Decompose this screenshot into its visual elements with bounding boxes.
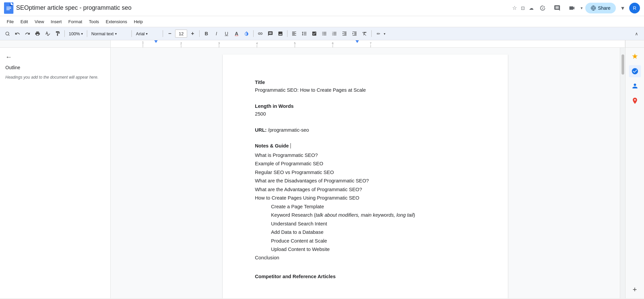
notes-item-5[interactable]: What are the Advantages of Programmatic … (255, 186, 476, 194)
doc-url-value[interactable]: /programmatic-seo (267, 127, 309, 133)
cloud-icon[interactable]: ☁ (529, 5, 534, 11)
notes-item-9[interactable]: Understand Search Intent (271, 220, 476, 228)
menu-view[interactable]: View (32, 18, 47, 26)
history-icon[interactable] (536, 2, 548, 14)
menu-help[interactable]: Help (131, 18, 146, 26)
separator-2 (87, 30, 87, 37)
menu-insert[interactable]: Insert (48, 18, 64, 26)
svg-text:5: 5 (294, 42, 296, 45)
notes-item-8[interactable]: Keyword Research (talk about modifiers, … (271, 211, 476, 219)
star-icon[interactable]: ☆ (512, 5, 517, 11)
separator-8 (371, 30, 372, 37)
right-panel-contacts[interactable] (629, 80, 641, 92)
text-color-button[interactable]: A (232, 29, 241, 38)
right-panel: ★ + (625, 48, 644, 298)
notes-item-4[interactable]: What are the Disadvantages of Programmat… (255, 177, 476, 185)
numbered-list-button[interactable] (330, 29, 339, 38)
notes-item-7[interactable]: Create a Page Template (271, 203, 476, 211)
meet-icon[interactable] (566, 2, 578, 14)
share-dropdown[interactable]: ▾ (619, 2, 627, 14)
notes-item-3[interactable]: Regular SEO vs Programmatic SEO (255, 169, 476, 176)
doc-competitor-header: Competitor and Reference Articles (255, 273, 476, 281)
title-bar: SEOptimer article spec - programmatic se… (0, 0, 644, 16)
print-button[interactable] (33, 29, 42, 38)
doc-title-section: Title Programmatic SEO: How to Create Pa… (255, 79, 476, 94)
doc-url-label: URL: (255, 127, 267, 133)
menu-edit[interactable]: Edit (18, 18, 31, 26)
bold-button[interactable]: B (202, 29, 211, 38)
folder-icon[interactable]: ⊡ (521, 5, 525, 11)
title-icons: ☆ ⊡ ☁ (512, 5, 534, 11)
right-panel-calendar[interactable]: ★ (629, 50, 641, 62)
increase-font-size[interactable]: + (188, 29, 197, 38)
sidebar: ← Outline Headings you add to the docume… (0, 48, 111, 298)
menu-extensions[interactable]: Extensions (103, 18, 130, 26)
spellcheck-button[interactable] (43, 29, 52, 38)
scroll-thumb[interactable] (622, 54, 624, 75)
notes-item-11[interactable]: Produce Content at Scale (271, 237, 476, 245)
svg-text:4: 4 (256, 42, 258, 45)
ruler-svg: 1 2 3 4 5 6 7 (111, 40, 625, 47)
meet-dropdown[interactable]: ▾ (581, 6, 583, 10)
right-panel-tasks[interactable] (629, 65, 641, 77)
separator-1 (64, 30, 65, 37)
menu-format[interactable]: Format (66, 18, 85, 26)
share-label: Share (598, 5, 610, 11)
menu-file[interactable]: File (4, 18, 16, 26)
link-button[interactable] (256, 29, 265, 38)
separator-3 (131, 30, 132, 37)
doc-title-value[interactable]: Programmatic SEO: How to Create Pages at… (255, 86, 476, 94)
paint-format-button[interactable] (53, 29, 62, 38)
indent-increase-button[interactable] (350, 29, 359, 38)
align-button[interactable] (289, 29, 299, 38)
underline-button[interactable]: U (222, 29, 231, 38)
redo-button[interactable] (23, 29, 32, 38)
editing-mode-button[interactable]: ✏ (374, 29, 383, 38)
style-dropdown[interactable]: Normal text ▾ (89, 29, 129, 38)
bullet-list-button[interactable] (320, 29, 329, 38)
doc-notes-header[interactable]: Notes & Guide (255, 142, 476, 150)
notes-item-10[interactable]: Add Data to a Database (271, 228, 476, 236)
ruler-marker-right (356, 40, 359, 43)
notes-item-12[interactable]: Upload Content to Website (271, 246, 476, 253)
menu-tools[interactable]: Tools (86, 18, 102, 26)
insert-image-button[interactable] (276, 29, 285, 38)
doc-url-section: URL: /programmatic-seo (255, 126, 476, 134)
document-title: SEOptimer article spec - programmatic se… (16, 4, 509, 11)
checklist-button[interactable] (310, 29, 319, 38)
zoom-dropdown[interactable]: 100% ▾ (67, 29, 85, 38)
notes-item-6[interactable]: How to Create Pages Using Programmatic S… (255, 194, 476, 202)
sidebar-back-button[interactable]: ← (5, 53, 105, 61)
decrease-font-size[interactable]: − (165, 29, 174, 38)
font-dropdown[interactable]: Arial ▾ (134, 29, 161, 38)
svg-text:7: 7 (370, 42, 371, 45)
right-panel-maps[interactable] (629, 95, 641, 107)
separator-6 (253, 30, 254, 37)
clear-formatting-button[interactable] (360, 29, 369, 38)
avatar[interactable]: R (629, 3, 640, 13)
scrollbar[interactable] (620, 48, 625, 298)
doc-length-section: Length in Words 2500 (255, 102, 476, 118)
notes-item-2[interactable]: Example of Programmatic SEO (255, 160, 476, 168)
search-button[interactable] (3, 29, 12, 38)
notes-item-1[interactable]: What is Programmatic SEO? (255, 152, 476, 159)
share-button[interactable]: Share (585, 3, 616, 13)
undo-button[interactable] (13, 29, 22, 38)
sidebar-title: Outline (5, 65, 105, 70)
line-spacing-button[interactable] (300, 29, 309, 38)
notes-item-13[interactable]: Conclusion (255, 254, 476, 262)
comments-icon[interactable] (551, 2, 563, 14)
svg-text:3: 3 (218, 42, 220, 45)
indent-decrease-button[interactable] (340, 29, 349, 38)
editing-dropdown[interactable]: ▾ (384, 32, 385, 36)
doc-title-label: Title (255, 79, 476, 86)
svg-rect-4 (6, 9, 10, 10)
highlight-button[interactable] (242, 29, 251, 38)
italic-button[interactable]: I (212, 29, 221, 38)
collapse-toolbar-button[interactable]: ∧ (632, 29, 641, 38)
svg-text:1: 1 (142, 41, 144, 44)
add-comment-button[interactable] (266, 29, 275, 38)
ruler-marker-left (154, 40, 158, 43)
doc-length-value[interactable]: 2500 (255, 110, 476, 118)
right-panel-add[interactable]: + (629, 284, 641, 296)
